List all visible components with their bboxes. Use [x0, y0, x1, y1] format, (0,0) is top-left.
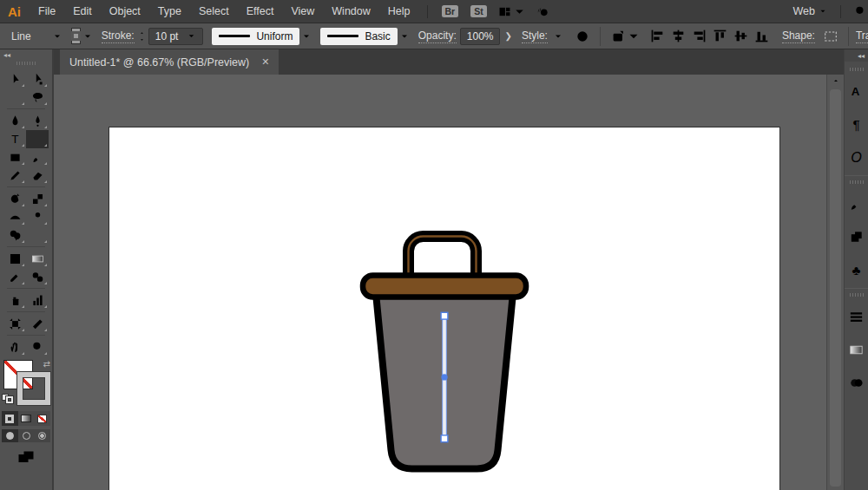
menu-object[interactable]: Object	[101, 5, 149, 17]
rectangle-tool[interactable]	[3, 148, 26, 167]
workspace-select[interactable]: Web	[793, 5, 827, 17]
rotate-tool[interactable]	[3, 190, 26, 208]
scroll-up-icon[interactable]	[827, 75, 844, 84]
width-profile-dropdown[interactable]	[299, 31, 313, 42]
menu-effect[interactable]: Effect	[238, 5, 283, 17]
width-profile-field[interactable]: Uniform	[212, 28, 299, 45]
vertical-scrollbar[interactable]	[826, 75, 844, 490]
default-fill-stroke-icon[interactable]	[2, 394, 13, 403]
eraser-tool[interactable]	[26, 167, 49, 185]
paintbrush-tool[interactable]	[26, 148, 49, 167]
align-h-center-button[interactable]	[670, 28, 687, 44]
blend-tool[interactable]	[26, 268, 49, 286]
isolate-object-icon[interactable]	[610, 29, 641, 44]
curvature-tool[interactable]	[26, 112, 49, 130]
stroke-label[interactable]: Stroke:	[102, 29, 135, 43]
search-icon[interactable]	[853, 4, 868, 19]
width-tool[interactable]	[3, 208, 26, 226]
graphic-styles-panel-button[interactable]	[845, 220, 868, 253]
transform-label[interactable]: Transform	[856, 29, 868, 43]
app-logo[interactable]: Ai	[8, 4, 21, 19]
touch-rotate-icon[interactable]	[536, 4, 550, 19]
expand-panels-icon[interactable]: ◂◂	[845, 49, 868, 62]
none-button[interactable]	[34, 411, 50, 426]
align-h-left-button[interactable]	[649, 28, 666, 44]
scale-tool[interactable]	[26, 190, 49, 208]
color-button[interactable]	[2, 411, 18, 426]
puppet-warp-tool[interactable]	[26, 208, 49, 226]
character-panel-button[interactable]	[845, 75, 868, 108]
document-tab[interactable]: Untitled-1* @ 66.67% (RGB/Preview) ✕	[60, 49, 279, 75]
symbols-panel-button[interactable]	[845, 253, 868, 286]
menu-select[interactable]: Select	[190, 5, 238, 17]
menu-edit[interactable]: Edit	[64, 5, 101, 17]
shape-builder-tool[interactable]	[3, 226, 26, 245]
magic-wand-tool[interactable]	[3, 88, 26, 107]
screen-mode-icon[interactable]	[16, 449, 36, 468]
draw-behind-button[interactable]	[18, 429, 35, 442]
artboard-tool[interactable]	[3, 315, 26, 333]
opacity-field[interactable]: 100%	[460, 28, 501, 45]
selection-tool[interactable]	[3, 70, 26, 88]
step-up-icon[interactable]	[138, 30, 146, 36]
dock-drag-handle[interactable]	[850, 68, 864, 71]
lasso-tool[interactable]	[26, 88, 49, 107]
gradient-tool[interactable]	[26, 250, 49, 268]
bridge-button[interactable]: Br	[442, 5, 459, 18]
stroke-panel-panel-button[interactable]	[845, 300, 868, 333]
canvas-area[interactable]	[54, 75, 826, 490]
zoom-tool[interactable]	[26, 338, 49, 356]
brushes-panel-button[interactable]	[845, 187, 868, 220]
draw-inside-button[interactable]	[34, 429, 50, 442]
menu-help[interactable]: Help	[379, 5, 419, 17]
recolor-artwork-icon[interactable]	[575, 29, 590, 44]
gradient-panel-panel-button[interactable]	[845, 333, 868, 366]
shaper-tool[interactable]	[3, 167, 26, 185]
menu-type[interactable]: Type	[149, 5, 190, 17]
brush-field[interactable]: Basic	[320, 28, 397, 45]
stroke-swatch-active[interactable]	[17, 372, 50, 405]
dock-drag-handle[interactable]	[850, 180, 864, 184]
gradient-button[interactable]	[18, 411, 35, 426]
symbol-sprayer-tool[interactable]	[3, 291, 26, 310]
direct-selection-tool[interactable]	[26, 70, 49, 88]
column-graph-tool[interactable]	[26, 291, 49, 310]
paragraph-panel-button[interactable]	[845, 108, 868, 140]
pen-tool[interactable]	[3, 112, 26, 130]
perspective-grid-tool[interactable]	[26, 226, 49, 245]
stroke-weight-field[interactable]: 10 pt	[148, 28, 204, 45]
dock-drag-handle[interactable]	[850, 293, 864, 297]
tools-drag-handle[interactable]	[16, 62, 36, 65]
stroke-color-swatch[interactable]	[71, 28, 81, 44]
type-tool[interactable]	[3, 130, 26, 148]
opacity-label[interactable]: Opacity:	[418, 29, 457, 43]
shape-mode-icon[interactable]	[823, 29, 838, 44]
draw-normal-button[interactable]	[2, 429, 18, 442]
swap-fill-stroke-icon[interactable]: ⇄	[43, 360, 50, 369]
stroke-weight-stepper[interactable]	[138, 30, 146, 42]
style-label[interactable]: Style:	[522, 29, 548, 43]
scrollbar-thumb[interactable]	[830, 89, 841, 487]
menu-view[interactable]: View	[282, 5, 323, 17]
menu-window[interactable]: Window	[323, 5, 378, 17]
tab-close-icon[interactable]: ✕	[261, 56, 269, 68]
align-v-bottom-button[interactable]	[753, 28, 770, 44]
align-v-center-button[interactable]	[733, 28, 749, 44]
align-h-right-button[interactable]	[691, 28, 707, 44]
collapse-tools-icon[interactable]: ◂◂	[3, 51, 10, 59]
fill-color-dropdown[interactable]	[50, 31, 64, 42]
menu-file[interactable]: File	[30, 5, 64, 17]
opentype-panel-button[interactable]	[845, 140, 868, 173]
line-segment-tool[interactable]	[26, 130, 49, 148]
stroke-color-dropdown[interactable]	[81, 31, 95, 42]
align-v-top-button[interactable]	[712, 28, 728, 44]
eyedropper-tool[interactable]	[3, 268, 26, 286]
workspace-switcher-icon[interactable]	[497, 4, 527, 19]
shape-label[interactable]: Shape:	[782, 29, 815, 43]
stock-button[interactable]: St	[470, 5, 487, 18]
hand-tool[interactable]	[3, 338, 26, 356]
step-down-icon[interactable]	[138, 37, 146, 42]
style-dropdown[interactable]	[551, 31, 565, 42]
opacity-expand-button[interactable]: ❯	[500, 31, 516, 41]
transparency-panel-button[interactable]	[845, 366, 868, 399]
